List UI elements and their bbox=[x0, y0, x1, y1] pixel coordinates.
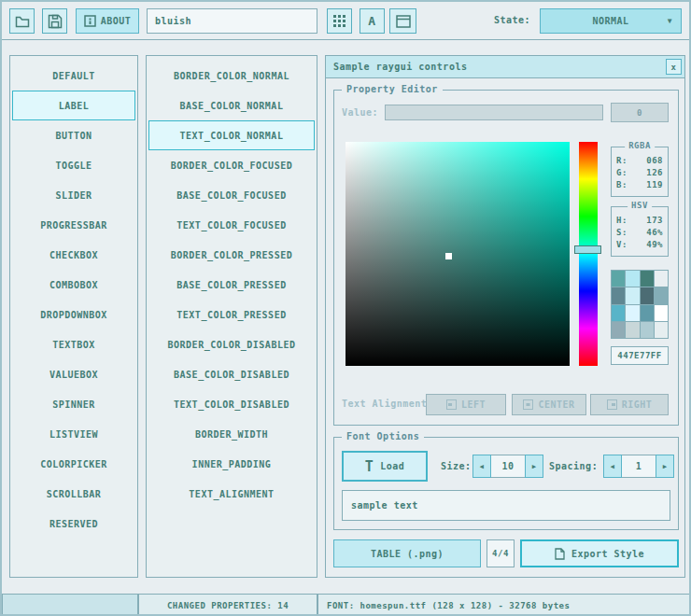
font-options-groupbox: Font Options T Load Size: ◀ 10 ▶ Spacing… bbox=[333, 437, 679, 530]
font-spacing-value[interactable]: 1 bbox=[622, 455, 656, 478]
style-color-palette bbox=[611, 270, 669, 339]
color-picker-cursor[interactable] bbox=[445, 253, 452, 259]
save-style-button[interactable] bbox=[42, 8, 67, 34]
style-name-input[interactable] bbox=[147, 8, 317, 34]
chevron-down-icon: ▼ bbox=[668, 17, 672, 25]
color-swatch[interactable] bbox=[612, 322, 625, 338]
align-right-button[interactable]: RIGHT bbox=[590, 394, 669, 415]
property-item-base-color-disabled[interactable]: BASE_COLOR_DISABLED bbox=[148, 359, 315, 389]
properties-list: BORDER_COLOR_NORMAL BASE_COLOR_NORMAL TE… bbox=[146, 55, 317, 578]
color-swatch[interactable] bbox=[655, 322, 668, 338]
sample-controls-panel: Sample raygui controls x Property Editor… bbox=[325, 55, 685, 578]
hex-color-input[interactable]: 447E77FF bbox=[611, 346, 669, 365]
control-item-spinner[interactable]: SPINNER bbox=[12, 389, 135, 419]
align-center-button[interactable]: CENTER bbox=[512, 394, 586, 415]
control-item-valuebox[interactable]: VALUEBOX bbox=[12, 359, 135, 389]
control-item-default[interactable]: DEFAULT bbox=[12, 61, 135, 91]
property-editor-groupbox: Property Editor Value: 0 RGBA R: 068 G: … bbox=[333, 90, 679, 426]
property-item-border-color-focused[interactable]: BORDER_COLOR_FOCUSED bbox=[148, 150, 315, 180]
color-swatch[interactable] bbox=[626, 322, 639, 338]
spacing-decrease-button[interactable]: ◀ bbox=[603, 455, 622, 478]
open-style-button[interactable] bbox=[9, 8, 35, 34]
rgba-blue-row: B: 119 bbox=[616, 179, 663, 191]
property-item-base-color-pressed[interactable]: BASE_COLOR_PRESSED bbox=[148, 270, 315, 300]
control-item-combobox[interactable]: COMBOBOX bbox=[12, 270, 135, 300]
statusbar-style-section bbox=[2, 594, 138, 616]
control-item-label[interactable]: LABEL bbox=[12, 91, 135, 120]
property-item-border-color-normal[interactable]: BORDER_COLOR_NORMAL bbox=[148, 61, 315, 91]
color-swatch[interactable] bbox=[641, 322, 654, 338]
color-swatch[interactable] bbox=[655, 271, 668, 287]
state-dropdown[interactable]: NORMAL ▼ bbox=[540, 8, 682, 34]
hue-slider-handle[interactable] bbox=[574, 245, 601, 254]
blue-value: 119 bbox=[646, 179, 663, 191]
property-item-border-color-pressed[interactable]: BORDER_COLOR_PRESSED bbox=[148, 240, 315, 270]
hue-slider[interactable] bbox=[579, 142, 598, 366]
property-value-box[interactable]: 0 bbox=[611, 103, 669, 122]
font-settings-button[interactable]: A bbox=[360, 8, 385, 34]
toolbar: ABOUT A State: NORMAL ▼ bbox=[2, 2, 689, 40]
rgba-green-row: G: 126 bbox=[616, 167, 663, 179]
property-item-text-color-pressed[interactable]: TEXT_COLOR_PRESSED bbox=[148, 300, 315, 329]
about-button[interactable]: ABOUT bbox=[76, 8, 139, 34]
property-item-text-color-normal[interactable]: TEXT_COLOR_NORMAL bbox=[148, 120, 315, 150]
color-swatch[interactable] bbox=[641, 305, 654, 321]
hue-label: H: bbox=[616, 215, 628, 227]
state-label: State: bbox=[494, 15, 530, 25]
property-item-border-color-disabled[interactable]: BORDER_COLOR_DISABLED bbox=[148, 329, 315, 359]
color-swatch[interactable] bbox=[655, 287, 668, 303]
control-item-checkbox[interactable]: CHECKBOX bbox=[12, 240, 135, 270]
property-item-base-color-normal[interactable]: BASE_COLOR_NORMAL bbox=[148, 91, 315, 120]
export-format-pager[interactable]: 4/4 bbox=[487, 539, 515, 567]
control-item-colorpicker[interactable]: COLORPICKER bbox=[12, 449, 135, 479]
sample-panel-titlebar[interactable]: Sample raygui controls x bbox=[326, 56, 684, 78]
align-left-button[interactable]: LEFT bbox=[426, 394, 506, 415]
color-swatch[interactable] bbox=[626, 271, 639, 287]
statusbar-changed-properties: CHANGED PROPERTIES: 14 bbox=[138, 594, 317, 616]
style-table-button[interactable] bbox=[327, 8, 352, 34]
control-item-scrollbar[interactable]: SCROLLBAR bbox=[12, 479, 135, 509]
sample-text-input[interactable]: sample text bbox=[342, 490, 670, 521]
spacing-increase-button[interactable]: ▶ bbox=[656, 455, 674, 478]
control-item-dropdownbox[interactable]: DROPDOWNBOX bbox=[12, 300, 135, 329]
control-item-slider[interactable]: SLIDER bbox=[12, 180, 135, 210]
color-swatch[interactable] bbox=[655, 305, 668, 321]
color-swatch[interactable] bbox=[612, 305, 625, 321]
hsv-hue-row: H: 173 bbox=[616, 215, 663, 227]
font-size-label: Size: bbox=[441, 461, 472, 471]
export-table-button[interactable]: TABLE (.png) bbox=[333, 539, 481, 567]
control-item-progressbar[interactable]: PROGRESSBAR bbox=[12, 210, 135, 240]
property-item-text-color-focused[interactable]: TEXT_COLOR_FOCUSED bbox=[148, 210, 315, 240]
property-item-text-alignment[interactable]: TEXT_ALIGNMENT bbox=[148, 479, 315, 509]
color-swatch[interactable] bbox=[626, 287, 639, 303]
property-item-border-width[interactable]: BORDER_WIDTH bbox=[148, 419, 315, 449]
color-swatch[interactable] bbox=[641, 287, 654, 303]
control-item-textbox[interactable]: TEXTBOX bbox=[12, 329, 135, 359]
color-swatch[interactable] bbox=[641, 271, 654, 287]
property-item-base-color-focused[interactable]: BASE_COLOR_FOCUSED bbox=[148, 180, 315, 210]
statusbar-font-info: FONT: homespun.ttf (128 x 128) - 32768 b… bbox=[317, 594, 691, 616]
property-item-text-color-disabled[interactable]: TEXT_COLOR_DISABLED bbox=[148, 389, 315, 419]
control-item-listview[interactable]: LISTVIEW bbox=[12, 419, 135, 449]
value-v-value: 49% bbox=[646, 239, 663, 251]
color-swatch[interactable] bbox=[612, 287, 625, 303]
info-icon bbox=[84, 15, 96, 27]
green-label: G: bbox=[616, 167, 628, 179]
property-item-inner-padding[interactable]: INNER_PADDING bbox=[148, 449, 315, 479]
control-item-toggle[interactable]: TOGGLE bbox=[12, 150, 135, 180]
close-icon[interactable]: x bbox=[666, 59, 682, 75]
color-swatch[interactable] bbox=[612, 271, 625, 287]
text-t-icon: T bbox=[365, 458, 374, 475]
rgba-red-row: R: 068 bbox=[616, 155, 663, 167]
size-decrease-button[interactable]: ◀ bbox=[472, 455, 491, 478]
font-size-value[interactable]: 10 bbox=[491, 455, 525, 478]
sample-window-toggle-button[interactable] bbox=[389, 8, 416, 34]
font-load-button[interactable]: T Load bbox=[342, 451, 428, 482]
color-swatch[interactable] bbox=[626, 305, 639, 321]
property-value-slider[interactable] bbox=[385, 105, 603, 120]
control-item-button[interactable]: BUTTON bbox=[12, 120, 135, 150]
color-saturation-value-picker[interactable] bbox=[346, 142, 570, 366]
size-increase-button[interactable]: ▶ bbox=[525, 455, 543, 478]
export-style-button[interactable]: Export Style bbox=[520, 539, 679, 567]
control-item-reserved[interactable]: RESERVED bbox=[12, 509, 135, 539]
